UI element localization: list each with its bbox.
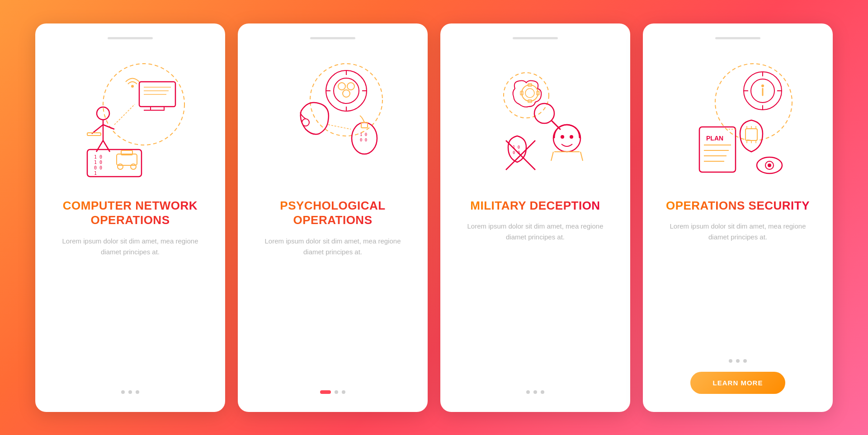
dot-1: [729, 359, 732, 363]
card-illustration-computer-network: 1 0 1 0 0 0 1: [62, 50, 198, 186]
card-notch: [310, 37, 355, 39]
card-dots-military-deception: [526, 390, 544, 394]
card-illustration-operations-security: PLAN: [670, 50, 806, 186]
svg-point-42: [522, 85, 538, 101]
card-title-psychological: PSYCHOLOGICAL OPERATIONS: [254, 198, 411, 228]
svg-point-84: [768, 164, 771, 167]
dot-1: [121, 390, 125, 394]
svg-point-23: [131, 164, 136, 169]
svg-point-67: [761, 84, 764, 87]
card-operations-security: PLAN: [643, 23, 833, 412]
svg-line-58: [551, 152, 553, 161]
dot-active: [320, 390, 331, 394]
card-body-operations-security: Lorem ipsum dolor sit dim amet, mea regi…: [659, 221, 816, 350]
svg-text:0 0: 0 0: [360, 138, 367, 142]
card-body-military-deception: Lorem ipsum dolor sit dim amet, mea regi…: [457, 221, 614, 381]
card-title-military-deception: MILITARY DECEPTION: [470, 198, 600, 213]
svg-line-24: [114, 104, 135, 125]
svg-line-59: [580, 152, 583, 161]
svg-text:0 0: 0 0: [94, 165, 102, 170]
svg-point-22: [118, 164, 123, 169]
card-dots-computer-network: [121, 390, 139, 394]
svg-point-32: [338, 83, 345, 90]
svg-text:0 0: 0 0: [513, 150, 520, 155]
svg-point-26: [326, 70, 367, 111]
svg-point-0: [103, 64, 184, 145]
card-psychological: 1 0 0 0 PSYCHOLOGICAL OPERATIONS Lorem i…: [238, 23, 428, 412]
card-computer-network: 1 0 1 0 0 0 1 COMPUTER NETWORK OPERATION…: [35, 23, 225, 412]
dot-2: [335, 390, 338, 394]
svg-point-43: [525, 89, 534, 98]
card-title-computer-network: COMPUTER NETWORK OPERATIONS: [52, 198, 209, 228]
cards-container: 1 0 1 0 0 0 1 COMPUTER NETWORK OPERATION…: [17, 5, 851, 430]
card-illustration-military-deception: 1 0 0 0: [467, 50, 603, 186]
dot-3: [342, 390, 345, 394]
svg-line-11: [103, 125, 114, 129]
card-military-deception: 1 0 0 0 MILITARY DECEPTION Lorem ipsum d…: [440, 23, 630, 412]
svg-point-34: [343, 90, 350, 97]
card-dots-operations-security: [729, 359, 747, 363]
svg-text:1 0: 1 0: [360, 132, 367, 137]
learn-more-button[interactable]: LEARN MORE: [690, 372, 786, 394]
svg-point-33: [347, 83, 354, 90]
card-illustration-psychological: 1 0 0 0: [265, 50, 401, 186]
dot-2: [736, 359, 740, 363]
svg-rect-69: [699, 127, 736, 172]
svg-text:PLAN: PLAN: [706, 135, 723, 142]
dot-1: [526, 390, 530, 394]
svg-point-55: [561, 135, 564, 139]
card-notch: [108, 37, 153, 39]
dot-2: [533, 390, 537, 394]
card-notch: [715, 37, 760, 39]
svg-point-7: [131, 85, 134, 88]
svg-line-40: [328, 125, 351, 129]
card-body-computer-network: Lorem ipsum dolor sit dim amet, mea regi…: [52, 236, 209, 381]
svg-point-35: [302, 119, 309, 126]
dot-3: [541, 390, 544, 394]
svg-point-56: [570, 135, 573, 139]
svg-text:1 0: 1 0: [94, 160, 102, 165]
dot-3: [743, 359, 747, 363]
card-title-operations-security: OPERATIONS SECURITY: [666, 198, 810, 213]
svg-text:1 0: 1 0: [94, 154, 102, 159]
svg-point-27: [334, 78, 359, 103]
svg-rect-37: [361, 122, 368, 128]
dot-2: [128, 390, 132, 394]
svg-rect-14: [87, 133, 101, 136]
dot-3: [136, 390, 139, 394]
svg-text:1: 1: [94, 171, 97, 176]
svg-rect-75: [745, 129, 757, 140]
card-dots-psychological: [320, 390, 345, 394]
card-notch: [513, 37, 558, 39]
svg-text:1 0: 1 0: [513, 145, 520, 150]
card-body-psychological: Lorem ipsum dolor sit dim amet, mea regi…: [254, 236, 411, 381]
